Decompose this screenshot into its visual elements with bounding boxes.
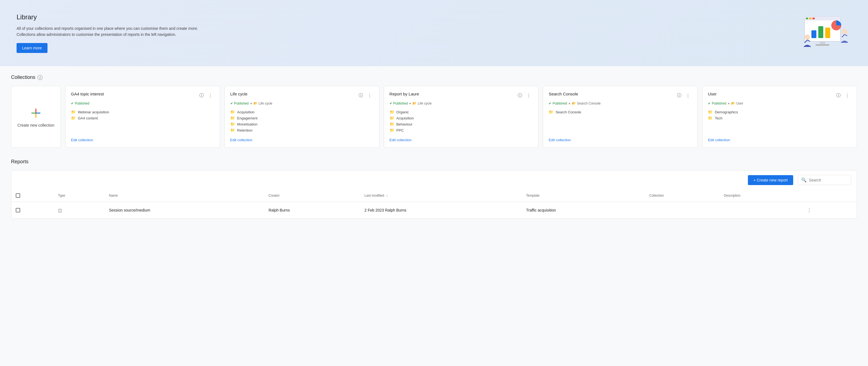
folder-icon: 📁 [230,122,235,126]
edit-collection-link[interactable]: Edit collection [549,138,692,142]
more-options-button[interactable]: ⋮ [684,92,692,99]
collection-column-header: Collection [645,190,719,202]
collections-info-icon[interactable]: i [37,75,42,80]
search-box: 🔍 [798,175,851,185]
collection-card-report-laure: Report by Laure ⓘ ⋮ ✔ Published 📂 Life c… [384,86,539,148]
svg-rect-2 [806,18,808,19]
separator-dot [250,103,252,104]
folder-icon: 📁 [549,110,553,114]
edit-collection-link[interactable]: Edit collection [230,138,374,142]
report-item: 📁 Search Console [549,110,692,114]
edit-collection-link[interactable]: Edit collection [708,138,851,142]
row-creator: Ralph Burns [264,202,360,219]
row-checkbox[interactable] [16,208,20,212]
collection-card-lifecycle: Life cycle ⓘ ⋮ ✔ Published 📂 Life cycle [224,86,379,148]
separator-dot [409,103,411,104]
report-list: 📁 Webinar acquisition 📁 GA4 content [71,110,214,132]
report-list: 📁 Search Console [549,110,692,132]
reports-toolbar: + Create new report 🔍 [11,170,857,185]
info-button[interactable]: ⓘ [675,92,683,99]
hero-banner: Library All of your collections and repo… [0,0,868,66]
folder-icon: 📁 [708,110,713,114]
more-options-button[interactable]: ⋮ [525,92,533,99]
hero-description: All of your collections and reports orga… [17,25,210,38]
status-row: ✔ Published 📂 User [708,101,851,105]
status-published: ✔ Published [708,101,726,105]
svg-point-11 [805,34,810,40]
status-published: ✔ Published [230,101,249,105]
new-collection-label: Create new collection [18,123,54,127]
report-item: 📁 Organic [390,110,533,114]
svg-rect-10 [815,44,829,46]
last-modified-column-header[interactable]: Last modified ↓ [360,190,522,202]
tag-icon: 📂 [253,101,257,105]
actions-column-header [800,190,857,202]
card-header: GA4 topic interest ⓘ ⋮ [71,92,214,99]
check-icon: ✔ [230,101,233,105]
table-type-icon: ◫ [58,208,62,213]
card-title: GA4 topic interest [71,92,104,96]
info-button[interactable]: ⓘ [198,92,206,99]
folder-icon: 📁 [390,110,394,114]
status-published: ✔ Published [71,101,89,105]
status-row: ✔ Published 📂 Life cycle [230,101,374,105]
report-item: 📁 Webinar acquisition [71,110,214,114]
check-icon: ✔ [549,101,551,105]
report-item: 📁 Behaviour [390,122,533,126]
svg-rect-5 [811,30,816,38]
report-item: 📁 Engagement [230,116,374,120]
reports-title: Reports [11,159,28,165]
create-report-button[interactable]: + Create new report [748,175,793,185]
card-header: Life cycle ⓘ ⋮ [230,92,374,99]
edit-collection-link[interactable]: Edit collection [390,138,533,142]
info-button[interactable]: ⓘ [835,92,842,99]
folder-icon: 📁 [230,116,235,120]
folder-icon: 📁 [390,116,394,120]
svg-line-15 [842,34,844,37]
folder-icon: 📁 [71,116,75,120]
card-header: User ⓘ ⋮ [708,92,851,99]
hero-content: Library All of your collections and repo… [17,13,210,53]
collections-section-header: Collections i [11,74,857,80]
more-options-button[interactable]: ⋮ [843,92,851,99]
table-header-row: Type Name Creator Last modified ↓ [11,190,857,202]
status-published: ✔ Published [549,101,567,105]
card-header: Search Console ⓘ ⋮ [549,92,692,99]
card-header: Report by Laure ⓘ ⋮ [390,92,533,99]
creator-column-header: Creator [264,190,360,202]
info-button[interactable]: ⓘ [357,92,365,99]
status-row: ✔ Published [71,101,214,105]
row-more-button[interactable]: ⋮ [805,206,814,214]
more-options-button[interactable]: ⋮ [366,92,374,99]
collection-card-search-console: Search Console ⓘ ⋮ ✔ Published 📂 Search … [543,86,698,148]
search-input[interactable] [809,178,847,182]
report-item: 📁 GA4 content [71,116,214,120]
folder-icon: 📁 [230,110,235,114]
template-column-header: Template [522,190,645,202]
row-template: Traffic acquisition [522,202,645,219]
reports-section: Reports + Create new report 🔍 T [11,159,857,219]
edit-collection-link[interactable]: Edit collection [71,138,214,142]
description-column-header: Description [719,190,800,202]
row-last-modified: 2 Feb 2023 Ralph Burns [360,202,522,219]
collections-grid: Create new collection GA4 topic interest… [11,86,857,148]
separator-dot [569,103,570,104]
collection-card-ga4: GA4 topic interest ⓘ ⋮ ✔ Published 📁 Web… [65,86,220,148]
row-type: ◫ [54,202,105,219]
svg-rect-4 [812,18,815,19]
main-content: Collections i Create new collection GA4 … [0,66,868,227]
learn-more-button[interactable]: Learn more [17,43,48,53]
svg-rect-7 [825,28,830,38]
check-icon: ✔ [390,101,392,105]
more-options-button[interactable]: ⋮ [207,92,214,99]
row-select [11,202,54,219]
select-all-checkbox[interactable] [16,193,20,198]
card-actions: ⓘ ⋮ [198,92,214,99]
folder-icon: 📁 [390,128,394,132]
new-collection-card[interactable]: Create new collection [11,86,61,148]
card-actions: ⓘ ⋮ [835,92,851,99]
card-title: Life cycle [230,92,248,96]
svg-point-14 [842,29,847,34]
info-button[interactable]: ⓘ [516,92,524,99]
folder-icon: 📁 [230,128,235,132]
